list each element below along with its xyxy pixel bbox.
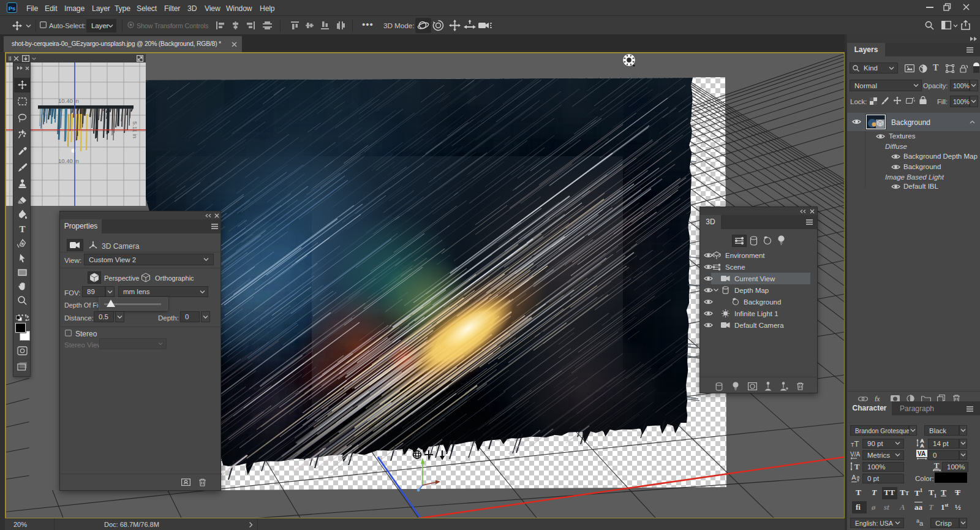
svg-text:A: A [851,474,856,481]
svg-text:V/A: V/A [850,451,860,458]
svg-text:A: A [921,443,924,448]
svg-text:T: T [854,462,860,471]
svg-text:Ps: Ps [9,5,15,12]
svg-text:5.11 in: 5.11 in [132,121,138,138]
svg-text:10.40 in: 10.40 in [58,97,79,104]
svg-text:10.40 in: 10.40 in [58,157,79,164]
svg-text:T: T [934,461,940,470]
svg-text:T: T [19,224,25,234]
